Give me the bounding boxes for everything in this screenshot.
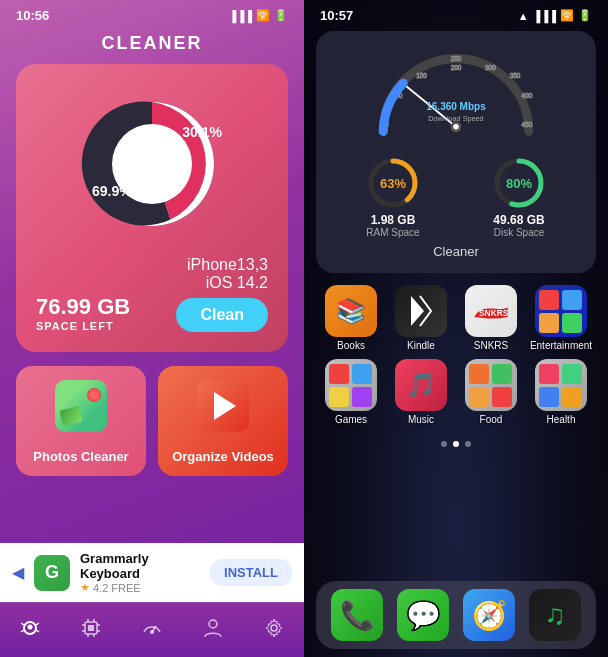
left-time: 10:56	[16, 8, 49, 23]
safari-dock-icon[interactable]: 🧭	[463, 589, 515, 641]
snkrs-app[interactable]: SNKRS SNKRS	[461, 285, 521, 351]
kindle-app[interactable]: Kindle	[391, 285, 451, 351]
ram-metric: 63% 1.98 GB RAM Space	[365, 155, 421, 238]
photos-cleaner-icon-area	[53, 378, 109, 434]
install-button[interactable]: INSTALL	[210, 559, 292, 586]
pie-label-69: 69.9%	[92, 183, 132, 199]
left-status-icons: ▐▐▐ 🛜 🔋	[229, 9, 288, 22]
phone-dock-icon[interactable]: 📞	[331, 589, 383, 641]
svg-line-6	[21, 630, 24, 632]
svg-text:300: 300	[485, 64, 496, 71]
nav-chip-icon[interactable]	[73, 613, 109, 643]
svg-text:SNKRS: SNKRS	[479, 308, 509, 318]
pie-card: 30.1% 69.9% 76.99 GB SPACE LEFT iPhone13…	[16, 64, 288, 352]
video-icon	[197, 380, 249, 432]
photos-cleaner-label: Photos Cleaner	[33, 449, 128, 464]
ios-text: iOS 14.2	[176, 274, 268, 292]
app-grid: Photos Cleaner Organize Videos	[16, 366, 288, 476]
food-label: Food	[480, 414, 503, 425]
svg-text:450: 450	[522, 121, 533, 128]
svg-text:Download Speed: Download Speed	[428, 114, 483, 123]
ram-gb: 1.98 GB	[371, 213, 416, 227]
speedometer-area: 50 100 150 200 250 300 350 400 450 16.36	[330, 45, 582, 145]
device-info-group: iPhone13,3 iOS 14.2 Clean	[176, 256, 268, 332]
icons-section: 📚 Books Kindle SNKRS	[304, 281, 608, 437]
nav-gear-icon[interactable]	[256, 613, 292, 643]
svg-text:350: 350	[510, 72, 521, 79]
entertainment-app[interactable]: Entertainment	[531, 285, 591, 351]
right-time: 10:57	[320, 8, 353, 23]
page-dot-3	[465, 441, 471, 447]
disk-percent: 80%	[491, 155, 547, 211]
location-icon: ▲	[518, 10, 529, 22]
photos-icon	[55, 380, 107, 432]
app-title: CLEANER	[0, 27, 304, 64]
svg-point-34	[453, 124, 458, 129]
health-label: Health	[547, 414, 576, 425]
ad-price: FREE	[111, 582, 140, 594]
ad-subtitle: ★ 4.2 FREE	[80, 581, 200, 594]
play-triangle-icon	[214, 392, 236, 420]
pie-label-30: 30.1%	[182, 124, 222, 140]
health-app[interactable]: Health	[531, 359, 591, 425]
battery-icon: 🔋	[274, 9, 288, 22]
svg-rect-10	[88, 625, 94, 631]
left-phone: 10:56 ▐▐▐ 🛜 🔋 CLEANER 30.1% 69.9%	[0, 0, 304, 657]
right-status-icons: ▲ ▐▐▐ 🛜 🔋	[518, 9, 592, 22]
kindle-label: Kindle	[407, 340, 435, 351]
ad-banner: ◀ G Grammarly Keyboard ★ 4.2 FREE INSTAL…	[0, 543, 304, 602]
grammarly-icon: G	[34, 555, 70, 591]
ram-text-group: 1.98 GB RAM Space	[366, 213, 419, 238]
clean-button[interactable]: Clean	[176, 298, 268, 332]
svg-text:200: 200	[451, 64, 462, 71]
svg-point-22	[271, 625, 277, 631]
right-phone: 10:57 ▲ ▐▐▐ 🛜 🔋 50 100 150 200 250 300	[304, 0, 608, 657]
messages-dock-icon[interactable]: 💬	[397, 589, 449, 641]
signal-icon: ▐▐▐	[229, 10, 252, 22]
organize-videos-tile[interactable]: Organize Videos	[158, 366, 288, 476]
photos-cleaner-tile[interactable]: Photos Cleaner	[16, 366, 146, 476]
space-info: 76.99 GB SPACE LEFT iPhone13,3 iOS 14.2 …	[36, 256, 268, 332]
speedometer-svg: 50 100 150 200 250 300 350 400 450 16.36	[356, 45, 556, 145]
space-gb-label: SPACE LEFT	[36, 320, 130, 332]
svg-text:400: 400	[522, 92, 533, 99]
disk-text-group: 49.68 GB Disk Space	[493, 213, 544, 238]
dock: 📞 💬 🧭 ♫	[316, 581, 596, 649]
snkrs-label: SNKRS	[474, 340, 508, 351]
nav-person-icon[interactable]	[195, 613, 231, 643]
music-app[interactable]: 🎵 Music	[391, 359, 451, 425]
ram-circle: 63%	[365, 155, 421, 211]
ad-text-group: Grammarly Keyboard ★ 4.2 FREE	[80, 551, 200, 594]
svg-text:150: 150	[416, 72, 427, 79]
icons-row-1: 📚 Books Kindle SNKRS	[316, 285, 596, 351]
books-icon: 📚	[325, 285, 377, 337]
right-status-bar: 10:57 ▲ ▐▐▐ 🛜 🔋	[304, 0, 608, 27]
svg-text:16.360 Mbps: 16.360 Mbps	[426, 101, 486, 112]
organize-videos-icon-area	[195, 378, 251, 434]
nav-bug-icon[interactable]	[12, 613, 48, 643]
food-app[interactable]: Food	[461, 359, 521, 425]
icons-row-2: Games 🎵 Music Food	[316, 359, 596, 425]
disk-label: Disk Space	[494, 227, 545, 238]
kindle-icon	[395, 285, 447, 337]
disk-gb: 49.68 GB	[493, 213, 544, 227]
books-app[interactable]: 📚 Books	[321, 285, 381, 351]
right-wifi-icon: 🛜	[560, 9, 574, 22]
spotify-dock-icon[interactable]: ♫	[529, 589, 581, 641]
ram-percent: 63%	[365, 155, 421, 211]
nav-speed-icon[interactable]	[134, 613, 170, 643]
svg-text:250: 250	[451, 55, 462, 62]
entertainment-label: Entertainment	[530, 340, 592, 351]
device-model: iPhone13,3 iOS 14.2	[176, 256, 268, 292]
ram-label: RAM Space	[366, 227, 419, 238]
page-dots	[304, 441, 608, 447]
games-icon	[325, 359, 377, 411]
books-label: Books	[337, 340, 365, 351]
model-text: iPhone13,3	[176, 256, 268, 274]
health-icon	[535, 359, 587, 411]
games-app[interactable]: Games	[321, 359, 381, 425]
wifi-icon: 🛜	[256, 9, 270, 22]
stars-icon: ★	[80, 581, 90, 594]
space-left-info: 76.99 GB SPACE LEFT	[36, 294, 130, 332]
music-icon: 🎵	[395, 359, 447, 411]
